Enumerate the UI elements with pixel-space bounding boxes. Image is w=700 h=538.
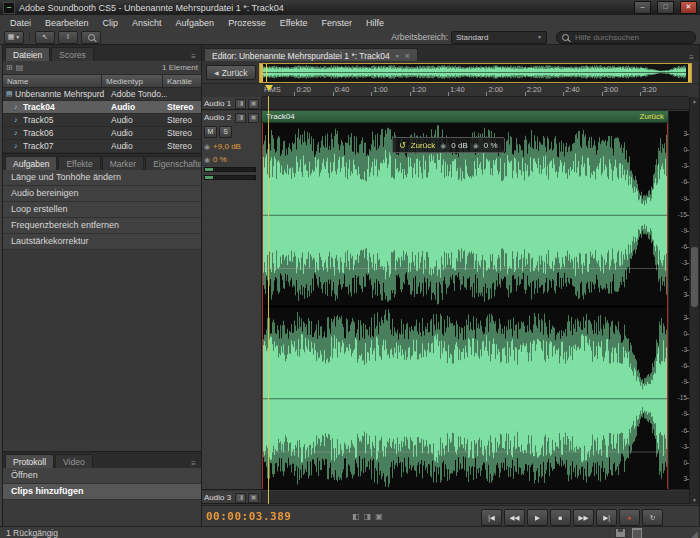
list-view-icon[interactable]: ▤ [16,63,24,72]
help-search-box[interactable] [556,31,696,44]
track-output-icon[interactable]: ◨ [235,493,246,503]
pan-knob-icon[interactable]: ◉ [204,156,210,163]
search-input[interactable] [573,32,690,43]
back-button[interactable]: ◀ Zurück [206,65,256,80]
pointer-tool-button[interactable]: ↖ [35,31,55,44]
menu-item-datei[interactable]: Datei [3,17,38,29]
clip-header[interactable]: Track04 Zurück [262,111,668,123]
panel-menu-icon[interactable]: ≡ [188,459,199,468]
time-selection-tool-button[interactable]: I [58,31,78,44]
menu-item-bearbeiten[interactable]: Bearbeiten [38,17,96,29]
transport-view-icon[interactable]: ▣ [375,512,383,521]
hud-pan-value[interactable]: 0 % [484,141,498,150]
menu-item-prozesse[interactable]: Prozesse [221,17,273,29]
files-tab-scores[interactable]: Scores [51,47,93,61]
overview-right-handle[interactable] [688,64,691,82]
track-pan-value[interactable]: 0 % [213,155,227,164]
trash-icon[interactable] [632,528,642,538]
track-menu-icon[interactable]: ▣ [248,493,259,503]
track-output-icon[interactable]: ◨ [235,113,246,123]
overview-waveform-canvas[interactable] [263,64,686,80]
history-tab-video[interactable]: Video [55,454,93,468]
task-item[interactable]: Frequenzbereich entfernen [3,218,201,234]
workspace-switcher-icon[interactable]: ▦▼ [4,31,24,44]
files-tab-dateien[interactable]: Dateien [5,47,50,61]
hud-volume-value[interactable]: 0 dB [451,141,467,150]
task-item[interactable]: Loop erstellen [3,202,201,218]
chevron-down-icon[interactable]: ▼ [395,53,400,59]
import-file-icon[interactable]: ⊞ [6,63,13,72]
waveform-canvas[interactable] [262,123,668,490]
go-to-start-button[interactable]: |◀ [481,509,502,526]
track-lane-audio2[interactable]: Track04 Zurück 30-3-6-9-15-9-6-30330-3-6… [262,111,689,490]
file-row[interactable]: ♪Track05AudioStereo [3,114,201,127]
solo-button[interactable]: S [219,126,232,138]
file-row[interactable]: ♪Track06AudioStereo [3,127,201,140]
timeline-ruler[interactable]: HMS0:200:401:001:201:402:002:202:403:003… [262,84,688,97]
history-item[interactable]: Clips hinzufügen [3,484,201,500]
volume-knob-icon[interactable]: ◉ [204,143,210,150]
scrollbar-thumb[interactable] [691,247,698,307]
transport-view-icon[interactable]: ◨ [364,512,372,521]
zoom-tool-button[interactable] [81,31,101,44]
workspace-dropdown[interactable]: Standard ▼ [451,31,547,44]
maximize-button[interactable]: □ [657,1,674,14]
pan-knob-icon[interactable]: ◉ [473,142,479,149]
file-row[interactable]: ♪Track07AudioStereo [3,140,201,153]
go-to-end-button[interactable]: ▶| [596,509,617,526]
file-row[interactable]: ▤Unbenannte MehrspurdAdobe Tondo... [3,88,201,101]
track-menu-icon[interactable]: ▣ [248,99,259,109]
column-header-type[interactable]: Medientyp [102,75,163,87]
menu-item-aufgaben[interactable]: Aufgaben [169,17,222,29]
loop-button[interactable]: ↻ [642,509,663,526]
track-header-audio2[interactable]: Audio 2 ◨ ▣ M S ◉ +9,0 dB ◉ 0 % [202,111,262,490]
menu-item-effekte[interactable]: Effekte [273,17,315,29]
reset-icon[interactable]: ↺ [399,141,406,150]
track-output-icon[interactable]: ◨ [235,99,246,109]
playhead-handle[interactable] [265,85,273,91]
history-item[interactable]: Öffnen [3,468,201,484]
minimize-button[interactable]: – [634,1,651,14]
close-tab-icon[interactable]: × [405,51,410,61]
menu-item-ansicht[interactable]: Ansicht [125,17,169,29]
scroll-up-icon[interactable]: ▲ [690,97,699,105]
track-menu-icon[interactable]: ▣ [248,113,259,123]
track-lane-audio1[interactable] [262,97,689,110]
vertical-scrollbar[interactable]: ▲ ▼ [689,97,699,504]
task-item[interactable]: Länge und Tonhöhe ändern [3,170,201,186]
mute-button[interactable]: M [204,126,217,138]
rewind-button[interactable]: ◀◀ [504,509,525,526]
hud-back-label[interactable]: Zurück [411,141,435,150]
transport-view-icon[interactable]: ◧ [352,512,360,521]
clip-hud[interactable]: ↺ Zurück ◉ 0 dB ◉ 0 % [392,137,505,153]
playhead-line[interactable] [268,96,269,504]
editor-tab[interactable]: Editor: Unbenannte Mehrspurdatei 1 *: Tr… [204,48,418,62]
track-header-audio1[interactable]: Audio 1 ◨ ▣ [202,97,262,110]
panel-menu-icon[interactable]: ≡ [188,52,199,61]
task-item[interactable]: Lautstärkekorrektur [3,234,201,250]
fast-forward-button[interactable]: ▶▶ [573,509,594,526]
track-header-audio3[interactable]: Audio 3 ◨ ▣ [202,491,262,504]
menu-item-clip[interactable]: Clip [96,17,126,29]
tasks-tab-aufgaben[interactable]: Aufgaben [5,156,57,170]
column-header-channels[interactable]: Kanäle [163,75,201,87]
scroll-down-icon[interactable]: ▼ [690,496,699,504]
tasks-tab-effekte[interactable]: Effekte [58,156,100,170]
play-button[interactable]: ▶ [527,509,548,526]
time-display[interactable]: 00:00:03.389 [206,510,291,523]
track-lane-audio3[interactable] [262,491,689,504]
clip-back-badge[interactable]: Zurück [640,112,664,121]
history-tab-protokoll[interactable]: Protokoll [5,454,54,468]
task-item[interactable]: Audio bereinigen [3,186,201,202]
overview-strip[interactable] [259,63,692,83]
menu-item-fenster[interactable]: Fenster [315,17,360,29]
tasks-tab-marker[interactable]: Marker [102,156,144,170]
stop-button[interactable]: ■ [550,509,571,526]
resize-grip-icon[interactable]: ◢ [691,529,698,538]
volume-knob-icon[interactable]: ◉ [440,142,446,149]
track-volume-value[interactable]: +9,0 dB [213,142,241,151]
save-icon[interactable] [615,528,626,538]
overview-left-handle[interactable] [260,64,263,82]
column-header-name[interactable]: Name [3,75,102,87]
record-button[interactable]: ● [619,509,640,526]
